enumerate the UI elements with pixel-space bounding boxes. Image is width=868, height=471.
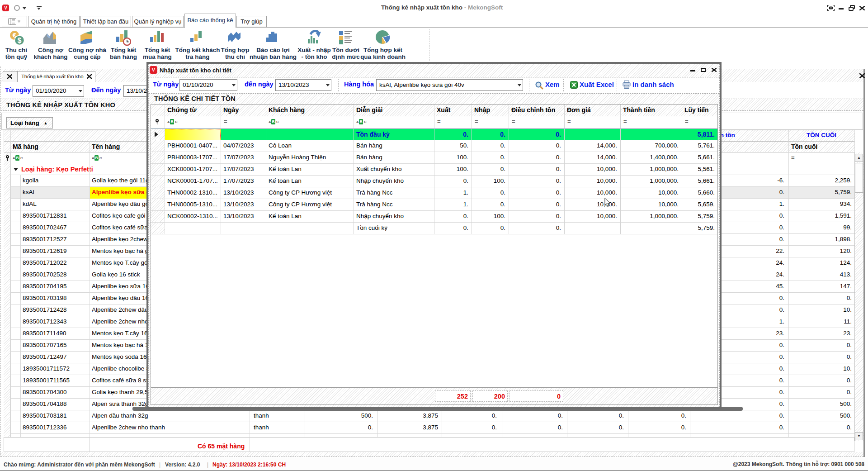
svg-text:$: $ <box>18 37 22 44</box>
